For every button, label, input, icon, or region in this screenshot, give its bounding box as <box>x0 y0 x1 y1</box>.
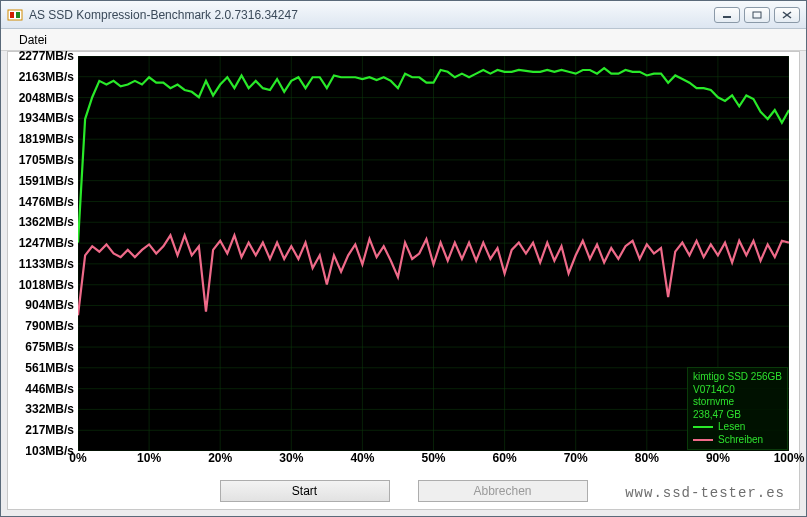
x-tick-label: 40% <box>350 451 374 465</box>
y-tick-label: 1362MB/s <box>19 215 74 229</box>
titlebar: AS SSD Kompression-Benchmark 2.0.7316.34… <box>1 1 806 29</box>
plot: kimtigo SSD 256GB V0714C0 stornvme 238,4… <box>78 56 789 451</box>
legend-write-row: Schreiben <box>693 434 782 447</box>
window-controls <box>714 7 800 23</box>
app-icon <box>7 7 23 23</box>
y-axis-labels: 103MB/s217MB/s332MB/s446MB/s561MB/s675MB… <box>14 56 78 451</box>
svg-rect-4 <box>753 12 761 18</box>
x-tick-label: 80% <box>635 451 659 465</box>
legend-nvme: stornvme <box>693 396 782 409</box>
legend-size: 238,47 GB <box>693 409 782 422</box>
x-tick-label: 70% <box>564 451 588 465</box>
y-tick-label: 1705MB/s <box>19 153 74 167</box>
start-button[interactable]: Start <box>220 480 390 502</box>
x-tick-label: 100% <box>774 451 805 465</box>
legend-write-label: Schreiben <box>718 434 763 447</box>
x-tick-label: 60% <box>493 451 517 465</box>
window-title: AS SSD Kompression-Benchmark 2.0.7316.34… <box>29 8 714 22</box>
legend-drive: kimtigo SSD 256GB <box>693 371 782 384</box>
x-tick-label: 30% <box>279 451 303 465</box>
y-tick-label: 2048MB/s <box>19 91 74 105</box>
menubar: Datei <box>1 29 806 51</box>
y-tick-label: 1476MB/s <box>19 195 74 209</box>
y-tick-label: 332MB/s <box>25 402 74 416</box>
read-swatch <box>693 426 713 428</box>
x-tick-label: 10% <box>137 451 161 465</box>
x-tick-label: 20% <box>208 451 232 465</box>
x-axis-labels: 0%10%20%30%40%50%60%70%80%90%100% <box>78 451 789 469</box>
y-tick-label: 1591MB/s <box>19 174 74 188</box>
svg-rect-1 <box>10 12 14 18</box>
y-tick-label: 1934MB/s <box>19 111 74 125</box>
client-area: 103MB/s217MB/s332MB/s446MB/s561MB/s675MB… <box>7 51 800 510</box>
y-tick-label: 675MB/s <box>25 340 74 354</box>
legend-fw: V0714C0 <box>693 384 782 397</box>
maximize-button[interactable] <box>744 7 770 23</box>
y-tick-label: 904MB/s <box>25 298 74 312</box>
legend: kimtigo SSD 256GB V0714C0 stornvme 238,4… <box>687 367 788 450</box>
button-bar: Start Abbrechen <box>8 473 799 509</box>
x-tick-label: 50% <box>421 451 445 465</box>
y-tick-label: 1247MB/s <box>19 236 74 250</box>
y-tick-label: 1819MB/s <box>19 132 74 146</box>
svg-rect-2 <box>16 12 20 18</box>
write-swatch <box>693 439 713 441</box>
chart-area: 103MB/s217MB/s332MB/s446MB/s561MB/s675MB… <box>14 56 793 469</box>
y-tick-label: 103MB/s <box>25 444 74 458</box>
y-tick-label: 446MB/s <box>25 382 74 396</box>
minimize-button[interactable] <box>714 7 740 23</box>
menu-file[interactable]: Datei <box>11 31 55 49</box>
legend-read-label: Lesen <box>718 421 745 434</box>
legend-read-row: Lesen <box>693 421 782 434</box>
x-tick-label: 90% <box>706 451 730 465</box>
cancel-button[interactable]: Abbrechen <box>418 480 588 502</box>
chart-svg <box>78 56 789 451</box>
y-tick-label: 790MB/s <box>25 319 74 333</box>
x-tick-label: 0% <box>69 451 86 465</box>
y-tick-label: 2163MB/s <box>19 70 74 84</box>
close-button[interactable] <box>774 7 800 23</box>
y-tick-label: 217MB/s <box>25 423 74 437</box>
y-tick-label: 1133MB/s <box>19 257 74 271</box>
app-window: AS SSD Kompression-Benchmark 2.0.7316.34… <box>0 0 807 517</box>
y-tick-label: 2277MB/s <box>19 49 74 63</box>
y-tick-label: 1018MB/s <box>19 278 74 292</box>
y-tick-label: 561MB/s <box>25 361 74 375</box>
